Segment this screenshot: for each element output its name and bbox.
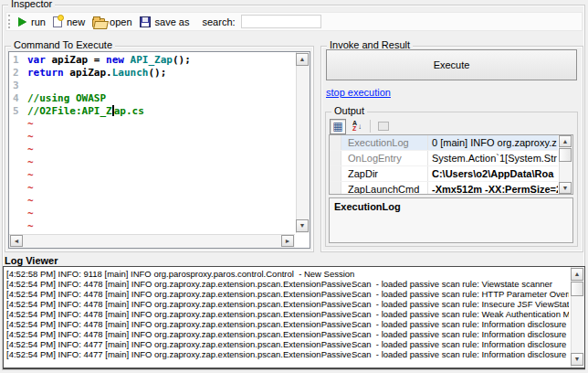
open-button[interactable]: open [90,16,137,28]
empty-line-marker: ~ [27,182,34,195]
save-as-label: save as [155,16,190,27]
log-line: [4:52:54 PM] INFO: 4478 [main] INFO org.… [6,279,569,289]
empty-line-marker: ~ [27,156,34,169]
search-input[interactable] [241,15,321,28]
log-scroll-thumb[interactable] [571,282,583,296]
toolbar-separator [370,120,371,133]
command-groupbox-title: Command To Execute [11,39,115,51]
log-scroll-up-icon[interactable]: ▲ [571,268,583,281]
line-number [9,195,27,208]
code-line[interactable]: ~ [9,118,295,131]
new-button[interactable]: new [51,16,90,28]
editor-scroll-up-icon[interactable]: ▲ [296,53,309,66]
line-number: 5 [9,105,27,118]
property-gutter [330,166,341,181]
log-line: [4:52:54 PM] INFO: 4478 [main] INFO org.… [6,299,569,309]
code-line[interactable]: 5//O2File:API_Zap.cs [9,105,295,118]
property-value[interactable]: System.Action`1[System.Str [428,151,558,165]
editor-vscrollbar[interactable] [296,52,310,233]
code-line[interactable]: 1var apiZap = new API_Zap(); [9,54,295,67]
code-line[interactable]: ~ [9,195,295,208]
line-number [9,208,27,220]
output-property-grid: ExecutionLog0 [main] INFO org.zaproxy.zO… [329,134,573,195]
code-line[interactable]: 2return apiZap.Launch(); [9,67,295,80]
property-rows: ExecutionLog0 [main] INFO org.zaproxy.zO… [330,135,558,194]
property-value[interactable]: -Xmx512m -XX:PermSize=2 [428,182,558,195]
line-number: 1 [9,54,27,67]
open-folder-icon [92,18,105,27]
editor-hscrollbar[interactable] [9,234,295,248]
line-number [9,131,27,144]
toolbar: run new open save as search: [5,12,583,31]
log-line: [4:52:54 PM] INFO: 4478 [main] INFO org.… [6,309,569,319]
new-label: new [67,16,85,27]
run-play-icon [18,17,26,27]
line-number [9,182,27,195]
property-name: ZapLaunchCmd [341,182,428,195]
execute-button[interactable]: Execute [326,49,577,80]
code-line[interactable]: ~ [9,208,295,220]
search-label: search: [203,16,236,27]
empty-line-marker: ~ [27,131,34,144]
property-row-executionlog[interactable]: ExecutionLog0 [main] INFO org.zaproxy.z [330,135,558,151]
property-row-zaplaunchcmd[interactable]: ZapLaunchCmd-Xmx512m -XX:PermSize=2 [330,182,558,195]
log-viewer[interactable]: [4:52:58 PM] INFO: 9118 [main] INFO org.… [3,266,585,369]
categorized-button[interactable]: ▦ [330,119,346,134]
line-number [9,156,27,169]
empty-line-marker: ~ [27,144,34,156]
save-floppy-icon [140,16,151,27]
log-line: [4:52:54 PM] INFO: 4478 [main] INFO org.… [6,289,569,299]
alphabetical-sort-button[interactable]: AZ↓ [349,119,365,134]
log-scroll-down-icon[interactable]: ▼ [571,353,583,366]
grid-scroll-up-icon[interactable]: ▲ [559,135,572,147]
editor-scroll-down-icon[interactable]: ▼ [296,219,309,232]
property-pages-button [375,119,392,134]
property-name: ZapDir [341,166,428,181]
log-line: [4:52:54 PM] INFO: 4477 [main] INFO org.… [6,339,569,349]
code-lines[interactable]: 1var apiZap = new API_Zap();2return apiZ… [9,52,295,233]
stop-execution-link[interactable]: stop execution [326,87,391,98]
empty-line-marker: ~ [27,118,34,131]
line-number [9,144,27,156]
code-line[interactable]: 4//using OWASP [9,92,295,105]
log-line: [4:52:54 PM] INFO: 4478 [main] INFO org.… [6,319,569,329]
empty-line-marker: ~ [27,195,34,208]
empty-line-marker: ~ [27,220,34,233]
code-editor[interactable]: 1var apiZap = new API_Zap();2return apiZ… [8,51,310,249]
grid-scroll-down-icon[interactable]: ▼ [559,182,572,194]
editor-scroll-right-icon[interactable]: ► [281,235,294,247]
line-number [9,169,27,182]
code-line[interactable]: ~ [9,169,295,182]
line-number: 3 [9,80,27,92]
run-button[interactable]: run [16,16,51,28]
property-value[interactable]: 0 [main] INFO org.zaproxy.z [428,135,558,150]
alphabetical-sort-icon: AZ↓ [352,121,362,132]
propertygrid-toolbar: ▦ AZ↓ [330,118,392,134]
line-number [9,118,27,131]
log-line: [4:52:54 PM] INFO: 4478 [main] INFO org.… [6,329,569,339]
line-number: 4 [9,92,27,105]
grid-scroll-thumb[interactable] [559,148,572,162]
inspector-title: Inspector [8,0,55,10]
empty-line-marker: ~ [27,208,34,220]
property-row-onlogentry[interactable]: OnLogEntrySystem.Action`1[System.Str [330,151,558,166]
log-line: [4:52:54 PM] INFO: 4477 [main] INFO org.… [6,349,569,359]
code-line[interactable]: ~ [9,131,295,144]
code-line[interactable]: ~ [9,220,295,233]
empty-line-marker: ~ [27,169,34,182]
property-description-panel: ExecutionLog [329,197,573,243]
code-line[interactable]: 3 [9,80,295,92]
property-name: OnLogEntry [341,151,428,165]
save-as-button[interactable]: save as [138,16,195,28]
property-value[interactable]: C:\Users\o2\AppData\Roa [428,166,558,181]
line-number [9,220,27,233]
code-line[interactable]: ~ [9,156,295,169]
editor-scroll-left-icon[interactable]: ◄ [10,235,23,247]
code-line[interactable]: ~ [9,144,295,156]
toolbar-grip[interactable] [8,15,11,28]
categorized-icon: ▦ [332,121,342,132]
code-line[interactable]: ~ [9,182,295,195]
property-pages-icon [378,122,389,131]
log-lines: [4:52:58 PM] INFO: 9118 [main] INFO org.… [6,269,569,367]
property-row-zapdir[interactable]: ZapDirC:\Users\o2\AppData\Roa [330,166,558,182]
